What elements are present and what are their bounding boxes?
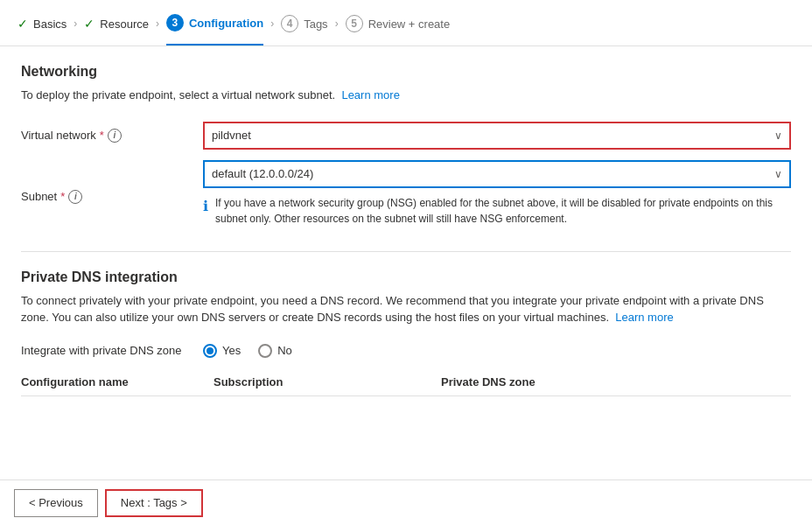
resource-check-icon: ✓ <box>84 17 94 31</box>
virtual-network-row: Virtual network * i pildvnet ∨ <box>21 122 791 150</box>
nsg-info-box: ℹ If you have a network security group (… <box>203 188 791 234</box>
dns-radio-group: Yes No <box>203 344 292 358</box>
basics-label: Basics <box>33 18 66 31</box>
main-content: Networking To deploy the private endpoin… <box>0 46 812 484</box>
review-label: Review + create <box>368 18 451 31</box>
dns-yes-option[interactable]: Yes <box>203 344 241 358</box>
col-config-name: Configuration name <box>21 375 214 388</box>
next-tags-button[interactable]: Next : Tags > <box>105 489 203 517</box>
nsg-info-text: If you have a network security group (NS… <box>215 195 791 227</box>
previous-button[interactable]: < Previous <box>14 489 98 517</box>
wizard-step-basics[interactable]: ✓ Basics <box>18 17 66 43</box>
configuration-num-icon: 3 <box>166 14 184 32</box>
networking-description: To deploy the private endpoint, select a… <box>21 87 791 104</box>
footer: < Previous Next : Tags > <box>0 480 812 525</box>
wizard-step-tags[interactable]: 4 Tags <box>281 15 327 45</box>
networking-section: Networking To deploy the private endpoin… <box>21 64 791 234</box>
dns-no-option[interactable]: No <box>258 344 292 358</box>
review-num-icon: 5 <box>346 15 363 32</box>
tags-num-icon: 4 <box>281 15 298 32</box>
dns-no-radio[interactable] <box>258 344 272 358</box>
sep-2: › <box>156 18 159 42</box>
sep-4: › <box>335 18 339 42</box>
private-dns-section: Private DNS integration To connect priva… <box>21 270 791 396</box>
nsg-info-circle-icon: ℹ <box>203 196 208 227</box>
subnet-dropdown[interactable]: default (12.0.0.0/24) ∨ <box>203 160 791 188</box>
virtual-network-dropdown-wrapper: pildvnet ∨ <box>203 122 791 150</box>
subnet-dropdown-wrapper: default (12.0.0.0/24) ∨ ℹ If you have a … <box>203 160 791 234</box>
section-divider <box>21 251 791 252</box>
subnet-row: Subnet * i default (12.0.0.0/24) ∨ ℹ If … <box>21 160 791 234</box>
subnet-required: * <box>60 190 65 203</box>
dns-yes-label: Yes <box>222 344 241 357</box>
tags-label: Tags <box>304 18 327 31</box>
virtual-network-dropdown[interactable]: pildvnet ∨ <box>203 122 791 150</box>
integrate-dns-row: Integrate with private DNS zone Yes No <box>21 344 791 358</box>
subnet-chevron-icon: ∨ <box>774 168 782 180</box>
virtual-network-chevron-icon: ∨ <box>774 130 782 142</box>
dns-no-label: No <box>277 344 292 357</box>
wizard-nav: ✓ Basics › ✓ Resource › 3 Configuration … <box>0 0 812 46</box>
integrate-dns-label: Integrate with private DNS zone <box>21 344 196 357</box>
wizard-step-review[interactable]: 5 Review + create <box>346 15 451 45</box>
wizard-step-resource[interactable]: ✓ Resource <box>84 17 149 43</box>
subnet-value: default (12.0.0.0/24) <box>212 167 313 180</box>
virtual-network-required: * <box>100 129 104 142</box>
private-dns-description: To connect privately with your private e… <box>21 292 791 326</box>
col-private-dns-zone: Private DNS zone <box>441 375 791 388</box>
subnet-label: Subnet * i <box>21 190 196 204</box>
wizard-step-configuration[interactable]: 3 Configuration <box>166 14 263 46</box>
networking-learn-more-link[interactable]: Learn more <box>341 88 399 102</box>
virtual-network-label: Virtual network * i <box>21 129 196 143</box>
sep-1: › <box>74 18 77 42</box>
resource-label: Resource <box>100 18 149 31</box>
private-dns-learn-more-link[interactable]: Learn more <box>615 311 673 324</box>
configuration-label: Configuration <box>189 17 263 30</box>
private-dns-title: Private DNS integration <box>21 270 791 285</box>
virtual-network-info-icon[interactable]: i <box>108 129 122 143</box>
col-subscription: Subscription <box>214 375 441 388</box>
networking-title: Networking <box>21 64 791 80</box>
sep-3: › <box>270 18 274 42</box>
dns-yes-radio[interactable] <box>203 344 217 358</box>
basics-check-icon: ✓ <box>18 17 28 31</box>
config-table-header: Configuration name Subscription Private … <box>21 368 791 396</box>
virtual-network-value: pildvnet <box>212 129 251 142</box>
subnet-info-icon[interactable]: i <box>68 190 82 204</box>
